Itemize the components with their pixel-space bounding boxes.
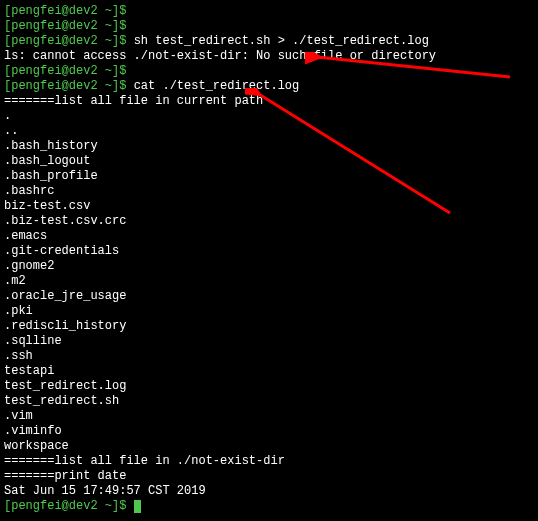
command-text: cat ./test_redirect.log — [134, 79, 300, 93]
file-entry: .m2 — [4, 274, 534, 289]
file-entry: workspace — [4, 439, 534, 454]
prompt-line[interactable]: [pengfei@dev2 ~]$ — [4, 19, 534, 34]
file-entry: .ssh — [4, 349, 534, 364]
file-entry: .sqlline — [4, 334, 534, 349]
output-section-header: =======list all file in current path — [4, 94, 534, 109]
prompt-line[interactable]: [pengfei@dev2 ~]$ cat ./test_redirect.lo… — [4, 79, 534, 94]
prompt-line[interactable]: [pengfei@dev2 ~]$ — [4, 4, 534, 19]
file-entry: .. — [4, 124, 534, 139]
prompt-userhost: [pengfei@dev2 ~]$ — [4, 4, 134, 18]
file-entry: .rediscli_history — [4, 319, 534, 334]
file-entry: .bashrc — [4, 184, 534, 199]
file-entry: biz-test.csv — [4, 199, 534, 214]
file-entry: .bash_profile — [4, 169, 534, 184]
file-entry: .emacs — [4, 229, 534, 244]
command-text: sh test_redirect.sh > ./test_redirect.lo… — [134, 34, 429, 48]
file-entry: .bash_logout — [4, 154, 534, 169]
output-error: ls: cannot access ./not-exist-dir: No su… — [4, 49, 534, 64]
file-entry: .viminfo — [4, 424, 534, 439]
cursor — [134, 500, 141, 513]
output-section-header: =======list all file in ./not-exist-dir — [4, 454, 534, 469]
file-entry: .git-credentials — [4, 244, 534, 259]
prompt-line[interactable]: [pengfei@dev2 ~]$ sh test_redirect.sh > … — [4, 34, 534, 49]
file-entry: .pki — [4, 304, 534, 319]
file-entry: .biz-test.csv.crc — [4, 214, 534, 229]
file-entry: test_redirect.sh — [4, 394, 534, 409]
prompt-userhost: [pengfei@dev2 ~]$ — [4, 64, 134, 78]
prompt-line[interactable]: [pengfei@dev2 ~]$ — [4, 499, 534, 514]
file-entry: .bash_history — [4, 139, 534, 154]
file-entry: .oracle_jre_usage — [4, 289, 534, 304]
file-entry: testapi — [4, 364, 534, 379]
file-entry: test_redirect.log — [4, 379, 534, 394]
prompt-userhost: [pengfei@dev2 ~]$ — [4, 499, 134, 513]
prompt-userhost: [pengfei@dev2 ~]$ — [4, 19, 134, 33]
prompt-userhost: [pengfei@dev2 ~]$ — [4, 79, 134, 93]
output-section-header: =======print date — [4, 469, 534, 484]
file-entry: .gnome2 — [4, 259, 534, 274]
prompt-line[interactable]: [pengfei@dev2 ~]$ — [4, 64, 534, 79]
file-entry: .vim — [4, 409, 534, 424]
file-entry: . — [4, 109, 534, 124]
prompt-userhost: [pengfei@dev2 ~]$ — [4, 34, 134, 48]
output-date: Sat Jun 15 17:49:57 CST 2019 — [4, 484, 534, 499]
